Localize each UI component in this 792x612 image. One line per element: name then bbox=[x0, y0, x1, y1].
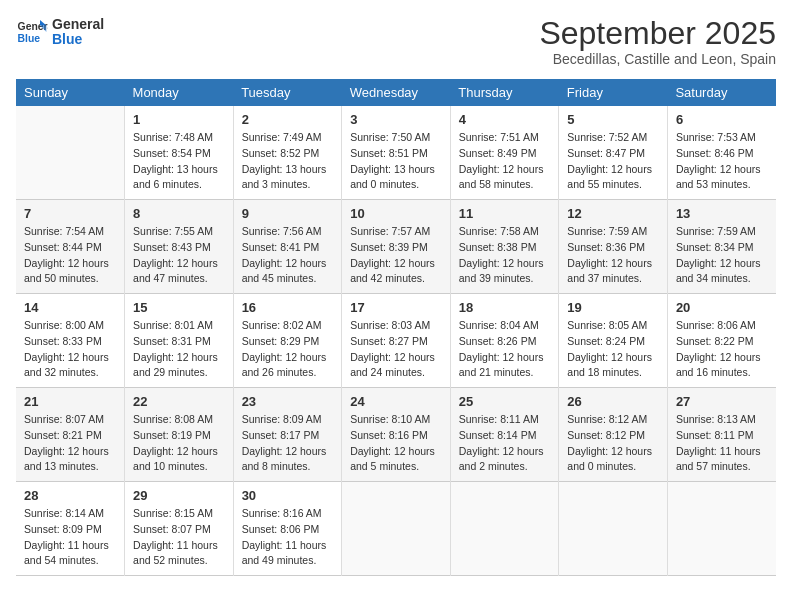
day-cell: 30Sunrise: 8:16 AM Sunset: 8:06 PM Dayli… bbox=[233, 482, 342, 576]
day-number: 21 bbox=[24, 394, 116, 409]
logo-icon: General Blue bbox=[16, 16, 48, 48]
day-number: 6 bbox=[676, 112, 768, 127]
day-cell: 4Sunrise: 7:51 AM Sunset: 8:49 PM Daylig… bbox=[450, 106, 559, 200]
day-info: Sunrise: 8:07 AM Sunset: 8:21 PM Dayligh… bbox=[24, 412, 116, 475]
header-day-friday: Friday bbox=[559, 79, 668, 106]
day-number: 28 bbox=[24, 488, 116, 503]
day-number: 5 bbox=[567, 112, 659, 127]
day-cell: 14Sunrise: 8:00 AM Sunset: 8:33 PM Dayli… bbox=[16, 294, 125, 388]
day-cell: 23Sunrise: 8:09 AM Sunset: 8:17 PM Dayli… bbox=[233, 388, 342, 482]
logo-general-text: General bbox=[52, 17, 104, 32]
day-number: 18 bbox=[459, 300, 551, 315]
week-row-1: 1Sunrise: 7:48 AM Sunset: 8:54 PM Daylig… bbox=[16, 106, 776, 200]
day-number: 27 bbox=[676, 394, 768, 409]
day-number: 22 bbox=[133, 394, 225, 409]
location: Becedillas, Castille and Leon, Spain bbox=[539, 51, 776, 67]
day-number: 10 bbox=[350, 206, 442, 221]
day-number: 11 bbox=[459, 206, 551, 221]
week-row-5: 28Sunrise: 8:14 AM Sunset: 8:09 PM Dayli… bbox=[16, 482, 776, 576]
day-cell: 29Sunrise: 8:15 AM Sunset: 8:07 PM Dayli… bbox=[125, 482, 234, 576]
day-info: Sunrise: 8:10 AM Sunset: 8:16 PM Dayligh… bbox=[350, 412, 442, 475]
day-number: 3 bbox=[350, 112, 442, 127]
day-info: Sunrise: 8:05 AM Sunset: 8:24 PM Dayligh… bbox=[567, 318, 659, 381]
day-info: Sunrise: 7:56 AM Sunset: 8:41 PM Dayligh… bbox=[242, 224, 334, 287]
day-info: Sunrise: 8:12 AM Sunset: 8:12 PM Dayligh… bbox=[567, 412, 659, 475]
day-cell: 9Sunrise: 7:56 AM Sunset: 8:41 PM Daylig… bbox=[233, 200, 342, 294]
day-info: Sunrise: 8:13 AM Sunset: 8:11 PM Dayligh… bbox=[676, 412, 768, 475]
day-cell: 21Sunrise: 8:07 AM Sunset: 8:21 PM Dayli… bbox=[16, 388, 125, 482]
calendar-body: 1Sunrise: 7:48 AM Sunset: 8:54 PM Daylig… bbox=[16, 106, 776, 576]
logo-blue-text: Blue bbox=[52, 32, 104, 47]
day-cell: 10Sunrise: 7:57 AM Sunset: 8:39 PM Dayli… bbox=[342, 200, 451, 294]
day-number: 9 bbox=[242, 206, 334, 221]
day-number: 14 bbox=[24, 300, 116, 315]
day-number: 8 bbox=[133, 206, 225, 221]
logo: General Blue General Blue bbox=[16, 16, 104, 48]
day-cell: 17Sunrise: 8:03 AM Sunset: 8:27 PM Dayli… bbox=[342, 294, 451, 388]
week-row-3: 14Sunrise: 8:00 AM Sunset: 8:33 PM Dayli… bbox=[16, 294, 776, 388]
day-number: 26 bbox=[567, 394, 659, 409]
day-info: Sunrise: 8:14 AM Sunset: 8:09 PM Dayligh… bbox=[24, 506, 116, 569]
day-cell bbox=[16, 106, 125, 200]
day-number: 17 bbox=[350, 300, 442, 315]
day-cell: 27Sunrise: 8:13 AM Sunset: 8:11 PM Dayli… bbox=[667, 388, 776, 482]
day-cell: 18Sunrise: 8:04 AM Sunset: 8:26 PM Dayli… bbox=[450, 294, 559, 388]
day-cell: 12Sunrise: 7:59 AM Sunset: 8:36 PM Dayli… bbox=[559, 200, 668, 294]
day-cell: 19Sunrise: 8:05 AM Sunset: 8:24 PM Dayli… bbox=[559, 294, 668, 388]
month-title: September 2025 bbox=[539, 16, 776, 51]
week-row-2: 7Sunrise: 7:54 AM Sunset: 8:44 PM Daylig… bbox=[16, 200, 776, 294]
day-info: Sunrise: 7:49 AM Sunset: 8:52 PM Dayligh… bbox=[242, 130, 334, 193]
day-info: Sunrise: 7:55 AM Sunset: 8:43 PM Dayligh… bbox=[133, 224, 225, 287]
day-cell: 16Sunrise: 8:02 AM Sunset: 8:29 PM Dayli… bbox=[233, 294, 342, 388]
day-number: 2 bbox=[242, 112, 334, 127]
day-cell: 26Sunrise: 8:12 AM Sunset: 8:12 PM Dayli… bbox=[559, 388, 668, 482]
day-cell bbox=[667, 482, 776, 576]
day-cell: 13Sunrise: 7:59 AM Sunset: 8:34 PM Dayli… bbox=[667, 200, 776, 294]
day-info: Sunrise: 7:51 AM Sunset: 8:49 PM Dayligh… bbox=[459, 130, 551, 193]
header-day-tuesday: Tuesday bbox=[233, 79, 342, 106]
day-number: 25 bbox=[459, 394, 551, 409]
header-day-thursday: Thursday bbox=[450, 79, 559, 106]
day-cell: 2Sunrise: 7:49 AM Sunset: 8:52 PM Daylig… bbox=[233, 106, 342, 200]
title-block: September 2025 Becedillas, Castille and … bbox=[539, 16, 776, 67]
day-info: Sunrise: 7:48 AM Sunset: 8:54 PM Dayligh… bbox=[133, 130, 225, 193]
day-cell: 11Sunrise: 7:58 AM Sunset: 8:38 PM Dayli… bbox=[450, 200, 559, 294]
day-number: 7 bbox=[24, 206, 116, 221]
day-info: Sunrise: 7:58 AM Sunset: 8:38 PM Dayligh… bbox=[459, 224, 551, 287]
header-day-sunday: Sunday bbox=[16, 79, 125, 106]
header-day-saturday: Saturday bbox=[667, 79, 776, 106]
day-cell: 22Sunrise: 8:08 AM Sunset: 8:19 PM Dayli… bbox=[125, 388, 234, 482]
day-number: 29 bbox=[133, 488, 225, 503]
day-info: Sunrise: 8:08 AM Sunset: 8:19 PM Dayligh… bbox=[133, 412, 225, 475]
day-cell: 6Sunrise: 7:53 AM Sunset: 8:46 PM Daylig… bbox=[667, 106, 776, 200]
day-info: Sunrise: 7:54 AM Sunset: 8:44 PM Dayligh… bbox=[24, 224, 116, 287]
day-info: Sunrise: 8:15 AM Sunset: 8:07 PM Dayligh… bbox=[133, 506, 225, 569]
day-info: Sunrise: 8:03 AM Sunset: 8:27 PM Dayligh… bbox=[350, 318, 442, 381]
day-cell bbox=[559, 482, 668, 576]
day-cell bbox=[342, 482, 451, 576]
day-number: 24 bbox=[350, 394, 442, 409]
day-info: Sunrise: 8:06 AM Sunset: 8:22 PM Dayligh… bbox=[676, 318, 768, 381]
day-cell: 1Sunrise: 7:48 AM Sunset: 8:54 PM Daylig… bbox=[125, 106, 234, 200]
day-number: 23 bbox=[242, 394, 334, 409]
day-cell: 25Sunrise: 8:11 AM Sunset: 8:14 PM Dayli… bbox=[450, 388, 559, 482]
day-cell bbox=[450, 482, 559, 576]
day-number: 16 bbox=[242, 300, 334, 315]
day-cell: 24Sunrise: 8:10 AM Sunset: 8:16 PM Dayli… bbox=[342, 388, 451, 482]
day-cell: 20Sunrise: 8:06 AM Sunset: 8:22 PM Dayli… bbox=[667, 294, 776, 388]
calendar-header: SundayMondayTuesdayWednesdayThursdayFrid… bbox=[16, 79, 776, 106]
day-number: 1 bbox=[133, 112, 225, 127]
day-number: 4 bbox=[459, 112, 551, 127]
day-number: 15 bbox=[133, 300, 225, 315]
calendar-table: SundayMondayTuesdayWednesdayThursdayFrid… bbox=[16, 79, 776, 576]
day-info: Sunrise: 8:09 AM Sunset: 8:17 PM Dayligh… bbox=[242, 412, 334, 475]
day-info: Sunrise: 7:59 AM Sunset: 8:34 PM Dayligh… bbox=[676, 224, 768, 287]
day-number: 19 bbox=[567, 300, 659, 315]
day-cell: 8Sunrise: 7:55 AM Sunset: 8:43 PM Daylig… bbox=[125, 200, 234, 294]
day-info: Sunrise: 8:16 AM Sunset: 8:06 PM Dayligh… bbox=[242, 506, 334, 569]
day-info: Sunrise: 7:52 AM Sunset: 8:47 PM Dayligh… bbox=[567, 130, 659, 193]
day-info: Sunrise: 8:11 AM Sunset: 8:14 PM Dayligh… bbox=[459, 412, 551, 475]
header-day-monday: Monday bbox=[125, 79, 234, 106]
day-cell: 3Sunrise: 7:50 AM Sunset: 8:51 PM Daylig… bbox=[342, 106, 451, 200]
day-info: Sunrise: 7:53 AM Sunset: 8:46 PM Dayligh… bbox=[676, 130, 768, 193]
